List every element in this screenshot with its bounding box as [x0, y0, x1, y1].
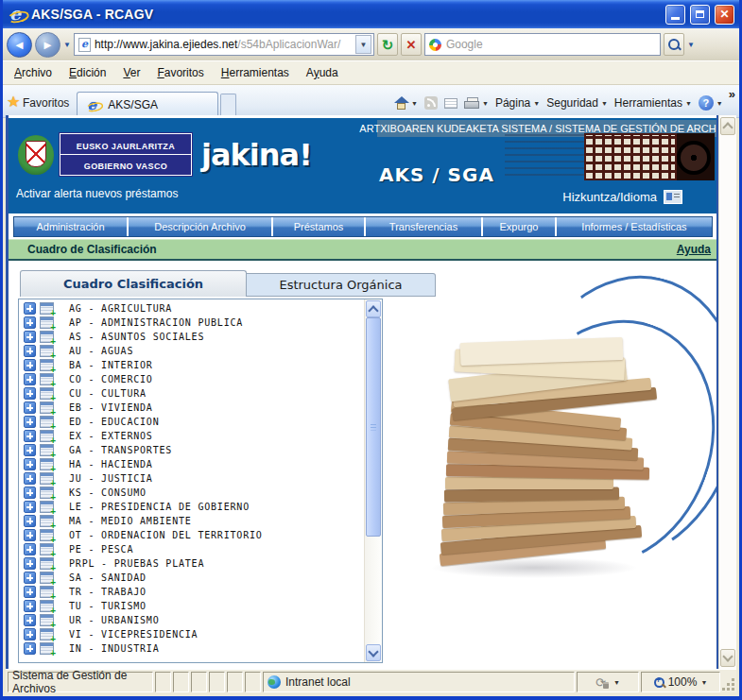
- add-node-icon[interactable]: [40, 529, 54, 541]
- refresh-button[interactable]: ↻: [377, 33, 398, 56]
- help-link[interactable]: Ayuda: [677, 243, 711, 256]
- history-dropdown-icon[interactable]: ▼: [63, 41, 71, 49]
- tree-item[interactable]: LE - PRESIDENCIA DE GOBIERNO: [19, 500, 365, 514]
- add-node-icon[interactable]: [40, 444, 54, 456]
- maximize-button[interactable]: [690, 5, 710, 25]
- add-node-icon[interactable]: [40, 501, 54, 513]
- tree-item[interactable]: SA - SANIDAD: [19, 571, 365, 585]
- add-node-icon[interactable]: [40, 586, 54, 598]
- add-node-icon[interactable]: [40, 472, 54, 485]
- add-node-icon[interactable]: [40, 572, 54, 584]
- tree-item[interactable]: EX - EXTERNOS: [19, 429, 365, 443]
- nav-expurgo[interactable]: Expurgo: [483, 217, 557, 236]
- page-scrollbar[interactable]: [718, 115, 736, 669]
- tree-item[interactable]: JU - JUSTICIA: [19, 471, 365, 486]
- tree-item[interactable]: OT - ORDENACION DEL TERRITORIO: [19, 528, 365, 542]
- add-node-icon[interactable]: [40, 628, 54, 640]
- tree-item[interactable]: AS - ASUNTOS SOCIALES: [19, 330, 365, 344]
- tree-item[interactable]: HA - HACIENDA: [19, 457, 365, 471]
- expand-icon[interactable]: [24, 557, 36, 570]
- expand-icon[interactable]: [24, 345, 36, 357]
- expand-icon[interactable]: [24, 416, 36, 428]
- add-node-icon[interactable]: [40, 557, 54, 570]
- tree-scroll-down-button[interactable]: [366, 644, 381, 661]
- tree-item[interactable]: TU - TURISMO: [19, 599, 365, 613]
- add-node-icon[interactable]: [40, 543, 54, 555]
- add-node-icon[interactable]: [40, 642, 54, 655]
- add-node-icon[interactable]: [40, 331, 54, 343]
- add-node-icon[interactable]: [40, 373, 54, 385]
- expand-icon[interactable]: [24, 586, 36, 598]
- nav-transferencias[interactable]: Transferencias: [366, 217, 483, 236]
- print-button[interactable]: ▼: [464, 97, 489, 110]
- expand-icon[interactable]: [24, 628, 36, 640]
- tree-item[interactable]: MA - MEDIO AMBIENTE: [19, 514, 365, 528]
- zoom-control[interactable]: 100% ▼: [641, 672, 720, 692]
- expand-icon[interactable]: [24, 331, 36, 343]
- protected-mode-button[interactable]: ⟳ ▼: [577, 672, 639, 692]
- add-node-icon[interactable]: [40, 401, 54, 414]
- expand-icon[interactable]: [24, 430, 36, 442]
- tree-item[interactable]: VI - VICEPRESIDENCIA: [19, 627, 365, 641]
- add-node-icon[interactable]: [40, 416, 54, 428]
- read-mail-icon[interactable]: [444, 98, 457, 109]
- add-node-icon[interactable]: [40, 316, 54, 329]
- menu-favoritos[interactable]: Favoritos: [149, 64, 211, 81]
- page-scroll-up-button[interactable]: [720, 117, 735, 135]
- menu-edicion[interactable]: Edición: [61, 64, 113, 81]
- nav-informes-estadisticas[interactable]: Informes / Estadísticas: [557, 217, 712, 236]
- tree-item[interactable]: IN - INDUSTRIA: [19, 641, 365, 656]
- add-node-icon[interactable]: [40, 345, 54, 357]
- tree-item[interactable]: BA - INTERIOR: [19, 358, 365, 372]
- add-node-icon[interactable]: [40, 458, 54, 470]
- tree-item[interactable]: KS - CONSUMO: [19, 486, 365, 500]
- search-options-icon[interactable]: ▼: [687, 41, 695, 49]
- tree-item[interactable]: PRPL - PRUEBAS PLATEA: [19, 556, 365, 571]
- resize-grip[interactable]: [722, 672, 736, 692]
- expand-icon[interactable]: [24, 472, 36, 485]
- security-menu-button[interactable]: Seguridad▼: [546, 96, 608, 110]
- add-node-icon[interactable]: [40, 359, 54, 371]
- add-node-icon[interactable]: [40, 614, 54, 626]
- add-node-icon[interactable]: [40, 430, 54, 442]
- expand-icon[interactable]: [24, 387, 36, 400]
- forward-button[interactable]: ►: [35, 32, 60, 58]
- expand-icon[interactable]: [24, 302, 36, 315]
- expand-icon[interactable]: [24, 458, 36, 470]
- expand-icon[interactable]: [24, 487, 36, 499]
- tree-item[interactable]: EB - VIVIENDA: [19, 401, 365, 415]
- menu-ver[interactable]: Ver: [115, 64, 147, 81]
- expand-icon[interactable]: [24, 529, 36, 541]
- activate-alert-link[interactable]: Activar alerta nuevos préstamos: [16, 187, 178, 200]
- add-node-icon[interactable]: [40, 515, 54, 527]
- feed-icon[interactable]: [424, 96, 438, 110]
- menu-archivo[interactable]: Archivo: [7, 64, 60, 81]
- add-node-icon[interactable]: [40, 600, 54, 612]
- favorites-button[interactable]: Favoritos: [5, 91, 77, 117]
- expand-icon[interactable]: [24, 600, 36, 612]
- search-input[interactable]: Google: [424, 33, 661, 56]
- nav-prestamos[interactable]: Préstamos: [273, 217, 366, 236]
- page-menu-button[interactable]: Página▼: [495, 96, 540, 110]
- nav-descripcion-archivo[interactable]: Descripción Archivo: [129, 217, 273, 236]
- expand-icon[interactable]: [24, 543, 36, 555]
- tree-scroll-up-button[interactable]: [366, 300, 381, 317]
- home-button[interactable]: ▼: [394, 97, 418, 110]
- expand-icon[interactable]: [24, 501, 36, 513]
- add-node-icon[interactable]: [40, 487, 54, 499]
- expand-icon[interactable]: [24, 359, 36, 371]
- browser-tab[interactable]: e AKS/SGA: [77, 92, 218, 117]
- tree-item[interactable]: PE - PESCA: [19, 542, 365, 556]
- expand-icon[interactable]: [24, 401, 36, 414]
- new-tab-button[interactable]: [220, 94, 236, 117]
- language-switcher[interactable]: Hizkuntza/Idioma: [562, 190, 682, 204]
- tab-estructura-organica[interactable]: Estructura Orgánica: [247, 273, 436, 297]
- menu-herramientas[interactable]: Herramientas: [214, 64, 297, 81]
- nav-administracion[interactable]: Administración: [14, 217, 129, 236]
- tree-scrollbar[interactable]: [364, 299, 382, 662]
- tools-menu-button[interactable]: Herramientas▼: [614, 96, 692, 110]
- expand-icon[interactable]: [24, 316, 36, 329]
- page-scroll-down-button[interactable]: [720, 649, 735, 667]
- minimize-button[interactable]: [665, 5, 685, 25]
- search-button[interactable]: [664, 33, 684, 56]
